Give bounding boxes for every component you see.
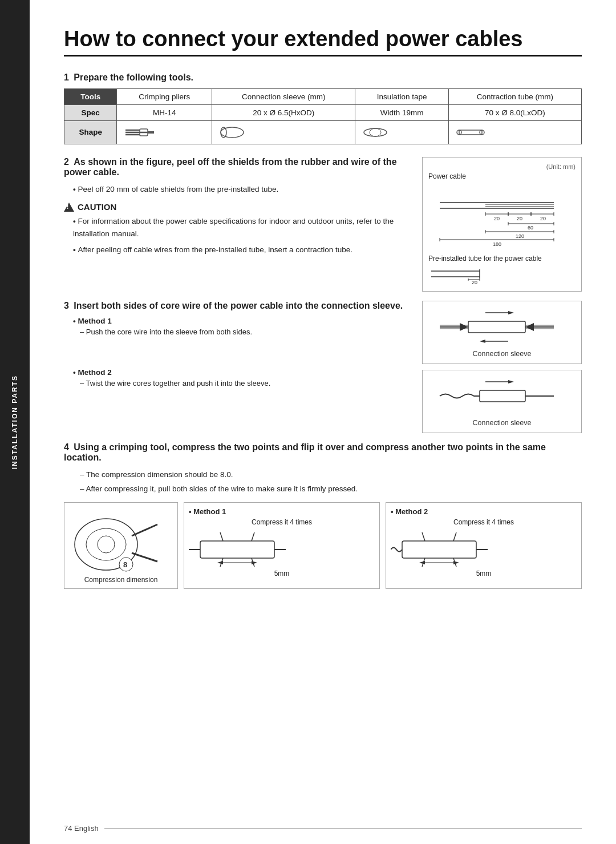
svg-text:60: 60 [528,225,533,231]
shape-label: Shape [64,120,117,144]
power-cable-svg: 20 20 20 60 [428,183,565,251]
step4-m1-dim: 5mm [189,570,375,578]
connection-sleeve-2-label: Connection sleeve [428,419,576,427]
compression-tool-svg: 8 [69,507,160,576]
shape-insulation [355,120,448,144]
method1-sleeve-svg [428,307,565,347]
footer: 74 English [64,824,582,833]
step4-method2-box: • Method 2 Compress it 4 times [386,502,582,589]
step1-label: 1 Prepare the following tools. [64,72,582,83]
caution-title: CAUTION [64,202,411,212]
spec-sleeve: 20 x Ø 6.5(HxOD) [212,104,355,120]
sidebar: INSTALLATION PARTS [0,0,30,844]
svg-rect-47 [468,321,525,333]
tape-shape-icon [361,124,390,140]
step4-sub1: The compression dimension should be 8.0. [64,469,582,481]
method1-diagram: Connection sleeve [422,301,582,364]
svg-marker-90 [419,561,425,564]
step3-left: 3 Insert both sides of core wire of the … [64,301,411,433]
spec-crimping: MH-14 [117,104,212,120]
svg-marker-91 [453,561,459,564]
svg-text:20: 20 [540,216,546,221]
shape-sleeve [212,120,355,144]
step4-images: 8 Compression dimension • Method 1 Compr… [64,502,582,589]
svg-text:20: 20 [472,280,477,285]
svg-point-5 [221,127,244,138]
step3-section: 3 Insert both sides of core wire of the … [64,301,582,433]
shape-crimping [117,120,212,144]
step3-right: Connection sleeve Conne [422,301,582,433]
step4-label: 4 Using a crimping tool, compress the tw… [64,442,582,463]
crimping-pliers-icon [123,124,157,140]
svg-marker-81 [217,561,223,564]
shape-contraction [448,120,581,144]
step4-m2-label: • Method 2 [391,507,577,516]
svg-line-84 [422,532,425,541]
page: INSTALLATION PARTS How to connect your e… [0,0,616,844]
compression-tool-box: 8 Compression dimension [64,502,178,589]
caution-bullet1: For information about the power cable sp… [64,215,411,240]
svg-rect-62 [480,390,525,402]
compression-dim-label: Compression dimension [69,576,173,584]
contraction-shape-icon [455,124,486,140]
svg-line-69 [132,524,157,536]
step4-section: 4 Using a crimping tool, compress the tw… [64,442,582,589]
step4-method2-svg [391,530,488,570]
unit-label: (Unit: mm) [428,163,576,170]
svg-text:120: 120 [516,233,524,239]
step4-m2-dim: 5mm [391,570,577,578]
svg-point-68 [98,536,115,553]
svg-point-67 [86,528,126,560]
caution-section: CAUTION For information about the power … [64,202,411,256]
svg-text:8: 8 [123,560,127,569]
step4-m1-text: Compress it 4 times [189,518,375,526]
method1-label: • Method 1 [73,317,411,325]
spec-label: Spec [64,104,117,120]
method2-sleeve-svg [428,376,565,416]
svg-marker-82 [252,561,257,564]
connection-sleeve-1-label: Connection sleeve [428,350,576,358]
pre-installed-tube-svg: 20 [428,263,497,285]
main-content: How to connect your extended power cable… [30,0,616,844]
svg-marker-61 [480,340,485,343]
svg-line-74 [220,532,223,541]
step2-diagram: (Unit: mm) Power cable 20 [422,157,582,292]
svg-rect-73 [200,541,274,558]
svg-text:180: 180 [493,241,501,247]
pre-installed-label: Pre-installed tube for the power cable [428,255,576,263]
svg-point-7 [364,128,387,136]
col-tools: Tools [64,88,117,104]
step4-m2-text: Compress it 4 times [391,518,577,526]
footer-page: 74 English [64,824,99,833]
svg-line-70 [132,553,157,562]
sleeve-shape-icon [218,124,246,140]
col-sleeve: Connection sleeve (mm) [212,88,355,104]
method2-text: Twist the wire cores together and push i… [64,378,411,389]
col-crimping: Crimping pliers [117,88,212,104]
title-underline [64,55,582,56]
svg-point-8 [370,128,381,136]
spec-insulation: Width 19mm [355,104,448,120]
svg-text:20: 20 [494,216,500,221]
svg-marker-59 [508,311,514,314]
col-insulation: Insulation tape [355,88,448,104]
spec-contraction: 70 x Ø 8.0(LxOD) [448,104,581,120]
step4-m1-label: • Method 1 [189,507,375,516]
svg-marker-56 [525,323,534,331]
method1-text: Push the core wire into the sleeve from … [64,326,411,338]
step4-method1-svg [189,530,286,570]
svg-text:20: 20 [517,216,522,221]
caution-triangle-icon [64,203,74,212]
step4-sub2: After compressing it, pull both sides of… [64,483,582,495]
caution-bullet2: After peeling off cable wires from the p… [64,244,411,256]
svg-line-86 [453,532,456,541]
sidebar-label: INSTALLATION PARTS [11,375,19,469]
col-contraction: Contraction tube (mm) [448,88,581,104]
table-row-spec: Spec MH-14 20 x Ø 6.5(HxOD) Width 19mm 7… [64,104,582,120]
method2-diagram: Connection sleeve [422,370,582,433]
step2-label: 2 As shown in the figure, peel off the s… [64,157,411,177]
step2-left: 2 As shown in the figure, peel off the s… [64,157,411,292]
page-title: How to connect your extended power cable… [64,27,582,51]
svg-marker-54 [460,323,468,331]
svg-line-76 [252,532,254,541]
